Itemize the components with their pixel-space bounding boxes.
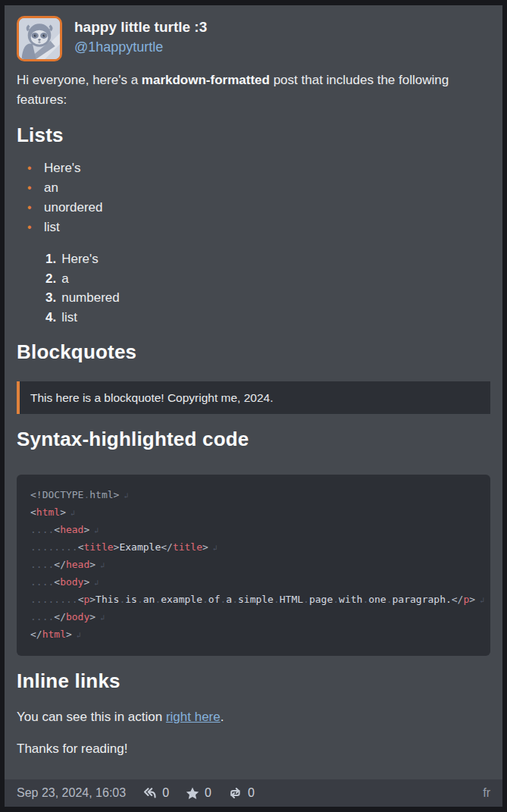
intro-text-before: Hi everyone, here's a	[17, 73, 142, 87]
list-item: 4.list	[45, 308, 490, 328]
code-line: <!DOCTYPE.html> ↲	[30, 487, 477, 504]
sloth-avatar-image	[19, 18, 60, 59]
list-text: numbered	[61, 290, 120, 305]
boost-icon	[228, 787, 243, 799]
link-text-after: .	[221, 710, 224, 724]
code-line: ........<title>Example</title> ↲	[30, 539, 477, 556]
list-item: Here's	[44, 158, 490, 178]
list-text: a	[61, 271, 68, 286]
list-text: Here's	[61, 252, 99, 266]
list-item: an	[44, 178, 490, 198]
avatar[interactable]	[17, 16, 62, 61]
list-item: 2.a	[45, 269, 490, 289]
closing-paragraph: Thanks for reading!	[17, 739, 490, 759]
post-card: happy little turtle :3 @1happyturtle Hi …	[5, 5, 502, 807]
boost-button[interactable]: 0	[228, 786, 255, 800]
code-line: <html> ↲	[30, 504, 477, 522]
favorite-count: 0	[205, 786, 211, 800]
blockquote: This here is a blockquote! Copyright me,…	[17, 381, 490, 414]
identity-block: happy little turtle :3 @1happyturtle	[74, 16, 207, 57]
code-line: ....<body> ↲	[30, 574, 477, 591]
code-line: ....</head> ↲	[30, 556, 477, 574]
intro-bold-text: markdown-formatted	[142, 73, 270, 87]
display-name: happy little turtle :3	[74, 17, 207, 37]
list-number: 1.	[45, 252, 56, 266]
code-block: <!DOCTYPE.html> ↲<html> ↲....<head> ↲...…	[17, 475, 490, 656]
list-item: list	[44, 218, 490, 237]
list-text: list	[61, 310, 77, 324]
post-header: happy little turtle :3 @1happyturtle	[5, 5, 502, 67]
post-content: Hi everyone, here's a markdown-formatted…	[5, 67, 502, 779]
code-heading: Syntax-highlighted code	[17, 428, 490, 450]
user-handle[interactable]: @1happyturtle	[74, 37, 207, 57]
code-line: ....<head> ↲	[30, 522, 477, 539]
reply-count: 0	[162, 786, 169, 800]
list-item: 1.Here's	[45, 249, 490, 269]
list-item: unordered	[44, 198, 490, 218]
code-line: ....</body> ↲	[30, 609, 477, 626]
favorite-button[interactable]: 0	[186, 786, 211, 800]
link-text-before: You can see this in action	[17, 710, 166, 724]
list-number: 2.	[45, 271, 56, 286]
lists-heading: Lists	[17, 124, 490, 146]
language-tag: fr	[483, 786, 490, 800]
list-number: 3.	[45, 290, 56, 305]
right-here-link[interactable]: right here	[166, 710, 221, 724]
link-paragraph: You can see this in action right here.	[17, 707, 490, 727]
code-line: ........<p>This.is.an.example.of.a.simpl…	[30, 591, 477, 609]
boost-count: 0	[248, 786, 255, 800]
ordered-list: 1.Here's 2.a 3.numbered 4.list	[17, 249, 490, 327]
reply-icon	[142, 787, 157, 799]
post-footer: Sep 23, 2024, 16:03 0 0	[5, 779, 502, 807]
list-number: 4.	[45, 310, 56, 324]
unordered-list: Here's an unordered list	[17, 158, 490, 237]
reply-button[interactable]: 0	[142, 786, 169, 800]
code-line: </html> ↲	[30, 626, 477, 644]
timestamp[interactable]: Sep 23, 2024, 16:03	[17, 786, 126, 800]
intro-paragraph: Hi everyone, here's a markdown-formatted…	[17, 71, 490, 110]
inline-links-heading: Inline links	[17, 669, 490, 692]
star-icon	[186, 787, 199, 800]
list-item: 3.numbered	[45, 288, 490, 308]
blockquotes-heading: Blockquotes	[17, 340, 490, 363]
